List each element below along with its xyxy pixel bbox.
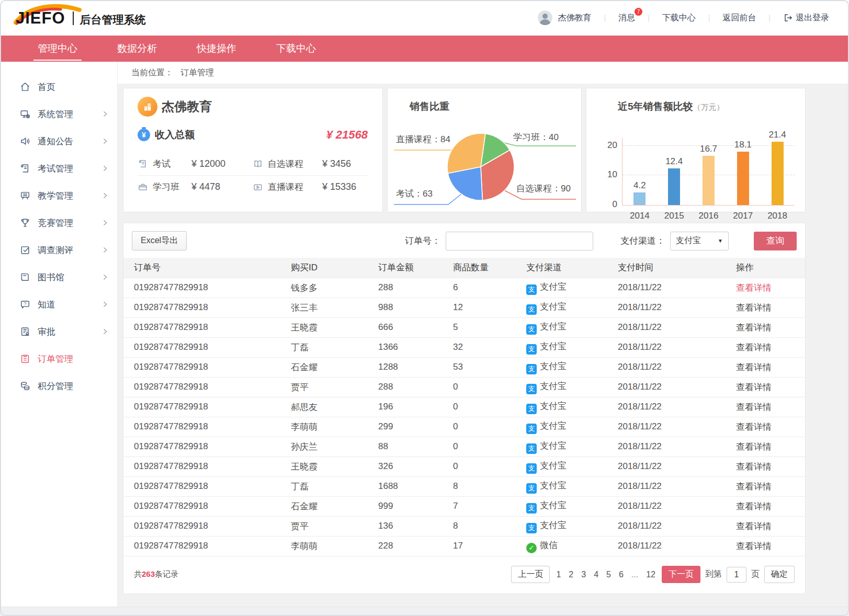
pie-label-live: 直播课程：84: [396, 133, 450, 145]
main-nav: 管理中心 数据分析 快捷操作 下载中心: [0, 36, 849, 62]
sidebar-item-exam[interactable]: 考试管理: [0, 155, 117, 182]
table-row: 019287477829918贾平2880支支付宝2018/11/22查看详情: [123, 377, 805, 397]
cell-pay-time: 2018/11/22: [618, 377, 736, 397]
cell-action: 查看详情: [736, 437, 805, 457]
page-number[interactable]: 6: [617, 570, 625, 579]
sales-pie-card: 销售比重 直播课程：84 学习班：40 考试：63 自选课程：90: [387, 88, 582, 212]
approval-doc-icon: [19, 326, 31, 337]
cell-qty: 0: [453, 437, 526, 457]
sidebar-item-orders[interactable]: 订单管理: [0, 345, 117, 372]
cell-channel: 支支付宝: [526, 437, 618, 457]
pay-channel-select[interactable]: 支付宝 ▼: [670, 232, 729, 250]
column-header: 购买ID: [291, 258, 378, 278]
view-detail-link[interactable]: 查看详情: [736, 382, 772, 392]
view-detail-link[interactable]: 查看详情: [736, 422, 772, 432]
sidebar-item-system[interactable]: 系统管理: [0, 100, 117, 128]
cell-order-no: 019287477829918: [123, 397, 291, 417]
view-detail-link[interactable]: 查看详情: [736, 343, 772, 352]
cell-channel: 支支付宝: [526, 457, 618, 476]
cell-amount: 1288: [378, 357, 453, 377]
bar-category-label: 2018: [767, 211, 787, 221]
revenue-item-value: ¥ 15336: [322, 181, 356, 192]
cell-amount: 88: [378, 437, 453, 457]
top-header: JIEFO 后台管理系统 杰佛教育 | 消息 7 | 下载中心 | 返回前台: [0, 0, 849, 36]
cell-pay-time: 2018/11/22: [618, 457, 736, 476]
view-detail-link[interactable]: 查看详情: [736, 323, 772, 333]
messages-link[interactable]: 消息 7: [618, 13, 635, 24]
excel-export-button[interactable]: Excel导出: [132, 231, 187, 250]
search-button[interactable]: 查询: [754, 232, 797, 250]
revenue-item-value: ¥ 4478: [191, 181, 220, 192]
app-window: JIEFO 后台管理系统 杰佛教育 | 消息 7 | 下载中心 | 返回前台: [0, 0, 849, 616]
cell-pay-time: 2018/11/22: [618, 298, 736, 317]
cell-channel: 支支付宝: [526, 337, 618, 357]
download-center-link[interactable]: 下载中心: [662, 13, 696, 24]
view-detail-link[interactable]: 查看详情: [736, 521, 772, 531]
sidebar-item-points[interactable]: 积分管理: [0, 372, 117, 400]
tab-admin-center[interactable]: 管理中心: [37, 38, 78, 60]
pay-channel-label: 支付渠道：: [620, 235, 665, 247]
page-number[interactable]: 12: [644, 570, 657, 579]
goto-page-input[interactable]: [727, 567, 746, 583]
channel-name: 微信: [540, 540, 558, 550]
tab-quick-actions[interactable]: 快捷操作: [196, 38, 237, 60]
page-number[interactable]: 4: [592, 570, 600, 579]
cell-amount: 136: [378, 516, 453, 536]
sidebar-item-notice[interactable]: 通知公告: [0, 128, 117, 155]
confirm-button[interactable]: 确定: [764, 566, 795, 583]
table-row: 019287477829918李萌萌22817✓微信2018/11/22查看详情: [123, 536, 805, 556]
sidebar-item-teaching[interactable]: 教学管理: [0, 182, 117, 209]
cell-order-no: 019287477829918: [123, 278, 291, 298]
prev-page-button[interactable]: 上一页: [511, 566, 550, 583]
revenue-item-label: 学习班: [153, 181, 191, 193]
tab-data-analysis[interactable]: 数据分析: [116, 38, 158, 60]
briefcase-icon: [138, 182, 148, 192]
goto-prefix: 到第: [705, 569, 722, 580]
cell-pay-time: 2018/11/22: [618, 417, 736, 437]
view-detail-link[interactable]: 查看详情: [736, 482, 772, 492]
download-label: 下载中心: [662, 13, 696, 24]
view-detail-link[interactable]: 查看详情: [736, 362, 772, 372]
cell-channel: 支支付宝: [526, 377, 618, 397]
sidebar-item-contest[interactable]: 竞赛管理: [0, 209, 117, 236]
next-page-button[interactable]: 下一页: [662, 566, 700, 583]
back-to-front-link[interactable]: 返回前台: [722, 13, 756, 24]
alipay-icon: 支: [526, 324, 537, 335]
page-number[interactable]: 1: [554, 570, 562, 579]
user-menu[interactable]: 杰佛教育: [538, 10, 591, 25]
view-detail-link[interactable]: 查看详情: [736, 442, 772, 452]
cell-amount: 1688: [378, 476, 453, 496]
revenue-item-class: 学习班 ¥ 4478: [138, 181, 253, 193]
pagination-bar: 共263条记录 上一页 123456...12 下一页 到第 页 确定: [123, 556, 805, 594]
bar-category-label: 2014: [630, 211, 650, 221]
view-detail-link[interactable]: 查看详情: [736, 462, 772, 472]
view-detail-link[interactable]: 查看详情: [736, 283, 772, 293]
cell-buyer-id: 张三丰: [291, 298, 378, 317]
tab-download-center[interactable]: 下载中心: [275, 38, 317, 60]
cell-pay-time: 2018/11/22: [618, 337, 736, 357]
channel-name: 支付宝: [540, 441, 567, 451]
coins-icon: [19, 380, 31, 392]
sidebar-item-library[interactable]: 图书馆: [0, 264, 117, 291]
sidebar-item-know[interactable]: ? 知道: [0, 291, 117, 318]
cell-order-no: 019287477829918: [123, 298, 291, 317]
sidebar-item-approval[interactable]: 审批: [0, 318, 117, 345]
column-header: 操作: [736, 258, 805, 278]
sidebar-item-home[interactable]: 首页: [0, 73, 117, 100]
view-detail-link[interactable]: 查看详情: [736, 402, 772, 412]
window-bottom-strip: [0, 607, 849, 616]
view-detail-link[interactable]: 查看详情: [736, 303, 772, 313]
page-number[interactable]: 3: [580, 570, 587, 579]
cell-buyer-id: 李萌萌: [291, 417, 378, 437]
view-detail-link[interactable]: 查看详情: [736, 501, 772, 511]
cell-amount: 228: [378, 536, 453, 556]
page-number[interactable]: 5: [605, 570, 613, 579]
cell-action: 查看详情: [736, 417, 805, 437]
sidebar-item-survey[interactable]: 调查测评: [0, 236, 117, 264]
order-no-input[interactable]: [446, 232, 593, 250]
logout-link[interactable]: 退出登录: [783, 13, 829, 24]
page-number[interactable]: 2: [567, 570, 575, 579]
view-detail-link[interactable]: 查看详情: [736, 541, 772, 551]
sidebar-item-label: 通知公告: [38, 135, 73, 147]
cell-amount: 326: [378, 457, 453, 476]
